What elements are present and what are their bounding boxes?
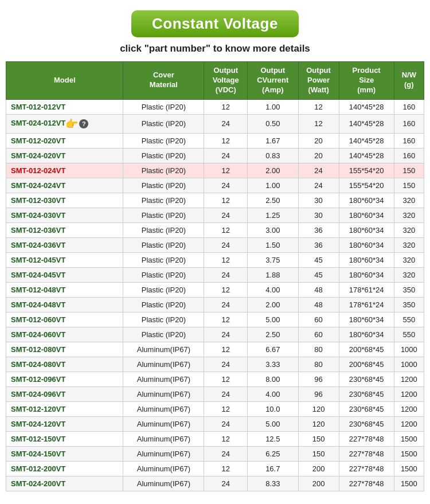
cell-model[interactable]: SMT-012-036VT [6, 222, 123, 237]
cell-voltage: 24 [204, 148, 248, 163]
cell-current: 1.50 [248, 237, 298, 252]
model-link[interactable]: SMT-012-024VT [11, 166, 65, 175]
model-link[interactable]: SMT-012-036VT [11, 226, 65, 235]
cell-current: 10.0 [248, 401, 298, 416]
table-row: SMT-012-080VTAluminum(IP67)126.6780200*6… [6, 342, 424, 357]
model-link[interactable]: SMT-024-120VT [11, 420, 65, 428]
model-link[interactable]: SMT-024-024VT [11, 181, 65, 190]
table-row: SMT-024-030VTPlastic (IP20)241.2530180*6… [6, 208, 424, 222]
cell-nw: 1200 [394, 372, 424, 386]
cell-voltage: 12 [204, 372, 248, 386]
cell-model[interactable]: SMT-012-200VT [6, 461, 123, 476]
model-link[interactable]: SMT-012-150VT [11, 435, 65, 443]
cell-current: 5.00 [248, 416, 298, 431]
cell-model[interactable]: SMT-012-048VT [6, 282, 123, 297]
cell-size: 178*61*24 [339, 282, 394, 297]
col-voltage: OutputVoltage(VDC) [204, 62, 248, 100]
cell-size: 230*68*45 [339, 372, 394, 386]
table-row: SMT-024-036VTPlastic (IP20)241.5036180*6… [6, 237, 424, 252]
cell-power: 150 [298, 431, 339, 446]
cell-cover: Plastic (IP20) [123, 237, 204, 252]
model-link[interactable]: SMT-012-048VT [11, 286, 65, 294]
model-link[interactable]: SMT-024-200VT [11, 479, 65, 488]
cell-voltage: 12 [204, 312, 248, 327]
cell-model[interactable]: SMT-012-012VT [6, 99, 123, 114]
model-link[interactable]: SMT-024-020VT [11, 151, 65, 160]
cell-voltage: 12 [204, 163, 248, 178]
cell-model[interactable]: SMT-012-020VT [6, 133, 123, 148]
cell-voltage: 24 [204, 114, 248, 133]
cell-model[interactable]: SMT-024-012VT 👉? [6, 114, 123, 133]
cell-current: 3.75 [248, 252, 298, 267]
cell-model[interactable]: SMT-012-060VT [6, 312, 123, 327]
cell-model[interactable]: SMT-024-024VT [6, 178, 123, 193]
cell-size: 180*60*34 [339, 252, 394, 267]
model-link[interactable]: SMT-024-030VT [11, 211, 65, 220]
cell-current: 0.50 [248, 114, 298, 133]
cell-model[interactable]: SMT-024-200VT [6, 476, 123, 491]
model-link[interactable]: SMT-024-045VT [11, 271, 65, 279]
cell-model[interactable]: SMT-024-020VT [6, 148, 123, 163]
cell-cover: Plastic (IP20) [123, 252, 204, 267]
model-link[interactable]: SMT-012-030VT [11, 196, 65, 205]
cell-model[interactable]: SMT-012-150VT [6, 431, 123, 446]
cell-voltage: 12 [204, 222, 248, 237]
cell-size: 140*45*28 [339, 99, 394, 114]
model-link[interactable]: SMT-024-096VT [11, 390, 65, 398]
cell-power: 45 [298, 252, 339, 267]
cell-model[interactable]: SMT-024-036VT [6, 237, 123, 252]
model-link[interactable]: SMT-024-060VT [11, 330, 65, 339]
cell-model[interactable]: SMT-024-048VT [6, 297, 123, 312]
model-link[interactable]: SMT-024-036VT [11, 241, 65, 249]
cell-cover: Aluminum(IP67) [123, 372, 204, 386]
cell-model[interactable]: SMT-012-096VT [6, 372, 123, 386]
cell-current: 0.83 [248, 148, 298, 163]
table-row: SMT-012-150VTAluminum(IP67)1212.5150227*… [6, 431, 424, 446]
model-link[interactable]: SMT-012-120VT [11, 405, 65, 413]
cell-size: 155*54*20 [339, 163, 394, 178]
cell-model[interactable]: SMT-024-060VT [6, 327, 123, 342]
cell-model[interactable]: SMT-012-045VT [6, 252, 123, 267]
cell-model[interactable]: SMT-024-096VT [6, 386, 123, 401]
cell-cover: Plastic (IP20) [123, 312, 204, 327]
cell-model[interactable]: SMT-024-030VT [6, 208, 123, 222]
model-link[interactable]: SMT-012-096VT [11, 375, 65, 384]
model-link[interactable]: SMT-012-020VT [11, 136, 65, 145]
table-row: SMT-024-020VTPlastic (IP20)240.8320140*4… [6, 148, 424, 163]
table-row: SMT-012-045VTPlastic (IP20)123.7545180*6… [6, 252, 424, 267]
cell-current: 16.7 [248, 461, 298, 476]
cell-model[interactable]: SMT-012-120VT [6, 401, 123, 416]
cell-power: 60 [298, 312, 339, 327]
table-row: SMT-012-036VTPlastic (IP20)123.0036180*6… [6, 222, 424, 237]
model-link[interactable]: SMT-012-060VT [11, 315, 65, 324]
model-link[interactable]: SMT-012-012VT [11, 103, 65, 111]
table-row: SMT-012-012VTPlastic (IP20)121.0012140*4… [6, 99, 424, 114]
cell-voltage: 12 [204, 431, 248, 446]
model-link[interactable]: SMT-012-080VT [11, 345, 65, 354]
cell-model[interactable]: SMT-024-080VT [6, 357, 123, 372]
model-link[interactable]: SMT-024-012VT [11, 119, 65, 127]
cell-current: 1.25 [248, 208, 298, 222]
table-row: SMT-024-012VT 👉?Plastic (IP20)240.501214… [6, 114, 424, 133]
cell-voltage: 24 [204, 237, 248, 252]
model-link[interactable]: SMT-012-200VT [11, 464, 65, 473]
cell-nw: 320 [394, 208, 424, 222]
cell-size: 180*60*34 [339, 327, 394, 342]
cell-size: 180*60*34 [339, 267, 394, 282]
cell-nw: 1000 [394, 357, 424, 372]
cell-model[interactable]: SMT-024-045VT [6, 267, 123, 282]
cell-size: 230*68*45 [339, 401, 394, 416]
model-link[interactable]: SMT-024-048VT [11, 300, 65, 309]
cell-model[interactable]: SMT-012-030VT [6, 193, 123, 208]
cell-model[interactable]: SMT-024-120VT [6, 416, 123, 431]
cell-model[interactable]: SMT-012-080VT [6, 342, 123, 357]
model-link[interactable]: SMT-024-080VT [11, 360, 65, 369]
col-cover: CoverMaterial [123, 62, 204, 100]
cell-voltage: 24 [204, 178, 248, 193]
cell-size: 230*68*45 [339, 386, 394, 401]
cell-model[interactable]: SMT-012-024VT [6, 163, 123, 178]
model-link[interactable]: SMT-012-045VT [11, 256, 65, 264]
cell-model[interactable]: SMT-024-150VT [6, 446, 123, 461]
model-link[interactable]: SMT-024-150VT [11, 450, 65, 458]
cell-current: 8.00 [248, 372, 298, 386]
